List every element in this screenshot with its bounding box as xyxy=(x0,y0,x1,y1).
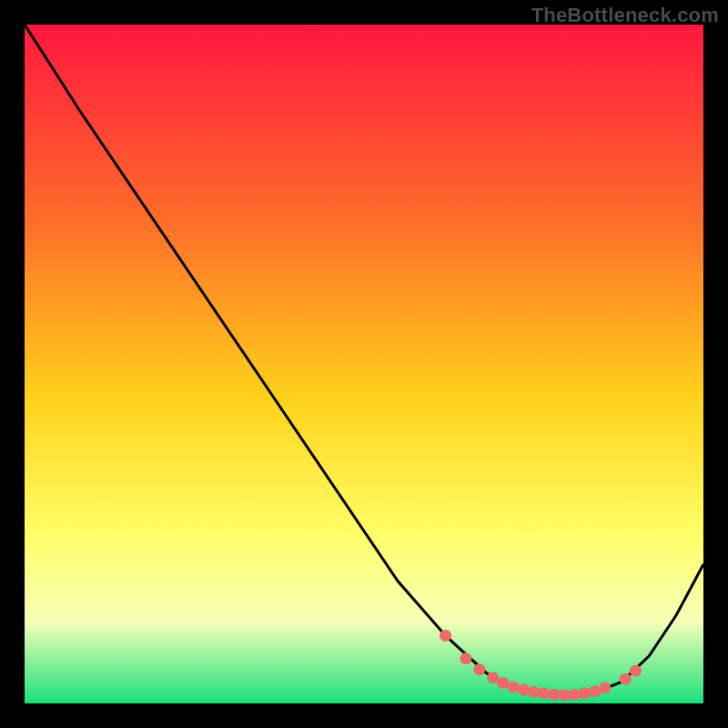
watermark-label: TheBottleneck.com xyxy=(531,4,719,27)
curve-marker xyxy=(569,689,581,701)
curve-marker xyxy=(538,687,550,699)
curve-marker xyxy=(630,665,642,677)
curve-marker xyxy=(473,663,485,675)
curve-marker xyxy=(528,686,540,698)
curve-marker xyxy=(559,689,571,701)
chart-frame: TheBottleneck.com xyxy=(0,0,728,728)
curve-marker xyxy=(599,682,611,693)
curve-marker xyxy=(460,652,471,664)
curve-marker xyxy=(508,682,520,693)
curve-marker xyxy=(518,684,530,696)
plot-area xyxy=(25,25,703,703)
curve-marker xyxy=(548,689,560,701)
curve-marker xyxy=(620,673,632,685)
gradient-background xyxy=(25,25,703,703)
curve-marker xyxy=(497,677,509,689)
curve-marker xyxy=(589,685,601,697)
curve-marker xyxy=(440,630,451,642)
curve-marker xyxy=(487,672,499,683)
chart-svg xyxy=(25,25,703,703)
curve-marker xyxy=(579,687,591,699)
